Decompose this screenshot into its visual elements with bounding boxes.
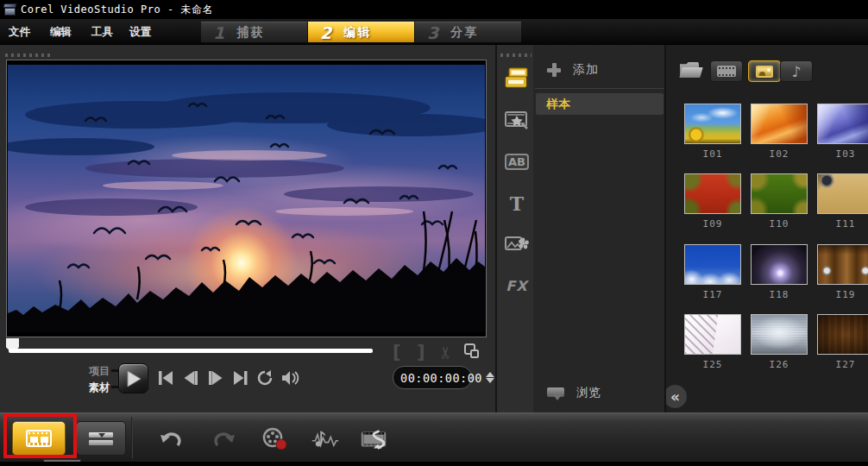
menu-tools[interactable]: 工具 <box>91 25 113 40</box>
timeline-toolbar <box>0 412 868 462</box>
redo-button[interactable] <box>209 428 238 450</box>
timecode-spinner[interactable] <box>486 372 494 383</box>
enlarge-preview-icon[interactable] <box>464 343 480 359</box>
storyboard-view-button[interactable] <box>12 421 66 456</box>
app-icon <box>3 3 16 16</box>
fx-filter-category-button[interactable]: FX <box>504 273 530 299</box>
filter-video-button[interactable] <box>710 60 743 82</box>
gallery-item[interactable]: I02 <box>751 104 808 160</box>
cut-clip-icon[interactable]: ✂ <box>436 346 455 360</box>
home-button[interactable] <box>156 369 175 387</box>
toolbar-separator <box>131 417 133 458</box>
title-category-button[interactable]: T <box>504 191 530 217</box>
previous-frame-button[interactable] <box>181 369 200 387</box>
thumbnail-image[interactable] <box>751 104 808 144</box>
clip-dash <box>111 386 118 388</box>
project-dash <box>111 369 118 372</box>
end-button[interactable] <box>231 369 250 387</box>
add-label: 添加 <box>573 62 599 78</box>
panel-grip <box>500 54 531 57</box>
title-bar: Corel VideoStudio Pro - 未命名 <box>0 0 868 19</box>
preview-panel: [ ] ✂ 项目 素材 00:00:00:00 <box>0 45 495 412</box>
separator <box>535 88 664 89</box>
videostudio-window: Corel VideoStudio Pro - 未命名 文件 编辑 工具 设置 … <box>0 0 868 466</box>
menu-bar: 文件 编辑 工具 设置 1 捕获 2 编辑 3 分享 <box>0 19 868 45</box>
gallery-item[interactable]: I18 <box>751 244 808 300</box>
gallery-item[interactable]: I27 <box>817 314 868 370</box>
volume-button[interactable] <box>280 369 299 387</box>
sunset-overlay <box>8 65 485 332</box>
thumbnail-image[interactable] <box>684 173 741 214</box>
play-button[interactable] <box>118 363 148 394</box>
spinner-down-icon <box>486 378 494 383</box>
timeline-tracks-icon <box>89 431 113 446</box>
timeline-view-button[interactable] <box>76 421 126 456</box>
next-frame-button[interactable] <box>206 369 225 387</box>
filter-photo-button[interactable] <box>748 60 781 82</box>
tab-share[interactable]: 3 分享 <box>415 22 521 43</box>
graphics-category-button[interactable] <box>504 230 530 256</box>
preview-video <box>6 60 487 337</box>
thumbnail-image[interactable] <box>684 104 741 144</box>
auto-music-button[interactable] <box>311 428 340 450</box>
music-note-icon: ♪ <box>792 63 802 80</box>
gallery-item[interactable]: I11 <box>817 173 868 230</box>
menu-edit[interactable]: 编辑 <box>50 25 72 40</box>
thumbnail-image[interactable] <box>751 244 808 285</box>
transition-category-button[interactable] <box>504 107 530 133</box>
tab-capture[interactable]: 1 捕获 <box>201 22 307 43</box>
gallery-item[interactable]: I17 <box>684 244 741 300</box>
timecode-value: 00:00:00:00 <box>393 371 482 385</box>
gallery-item[interactable]: I09 <box>684 173 741 230</box>
browse-icon <box>547 386 566 400</box>
ripple-edit-button[interactable] <box>359 428 388 450</box>
thumbnail-image[interactable] <box>817 104 868 144</box>
library-folder-sample[interactable]: 样本 <box>536 93 664 115</box>
menu-file[interactable]: 文件 <box>9 25 30 40</box>
panel-grip <box>5 54 53 57</box>
thumbnail-image[interactable] <box>751 173 808 214</box>
gallery-item[interactable]: I26 <box>751 314 808 370</box>
step-tabs: 1 捕获 2 编辑 3 分享 <box>201 22 522 43</box>
repeat-button[interactable] <box>255 369 274 387</box>
scrubber-track[interactable] <box>9 349 373 353</box>
media-gallery: ♪ I01 I02 I03 I09 I10 <box>666 45 868 412</box>
record-capture-button[interactable] <box>261 428 290 450</box>
mark-in-icon[interactable]: [ <box>393 342 401 362</box>
transition-ab-category-button[interactable]: AB <box>504 148 530 174</box>
bottom-edge <box>0 462 868 466</box>
tab-edit[interactable]: 2 编辑 <box>308 22 414 43</box>
sunset-video-still <box>8 65 485 332</box>
browse-label: 浏览 <box>576 385 601 400</box>
gallery-item[interactable]: I01 <box>684 104 741 160</box>
collapse-icon: « <box>670 388 680 406</box>
mark-out-icon[interactable]: ] <box>417 342 425 362</box>
filmstrip-icon <box>717 66 736 77</box>
storyboard-film-icon <box>26 430 52 447</box>
gallery-item[interactable]: I25 <box>684 314 741 370</box>
project-mode-label[interactable]: 项目 <box>89 364 110 379</box>
gallery-item[interactable]: I03 <box>817 104 868 160</box>
thumbnail-image[interactable] <box>817 173 868 214</box>
media-category-button[interactable] <box>504 66 530 91</box>
browse-button[interactable]: 浏览 <box>533 380 666 406</box>
undo-button[interactable] <box>157 428 186 450</box>
thumbnail-image[interactable] <box>751 314 808 355</box>
gallery-item[interactable]: I10 <box>751 173 808 230</box>
clip-mode-label[interactable]: 素材 <box>89 381 110 395</box>
collapse-panel-button[interactable]: « <box>666 385 687 408</box>
timecode-field[interactable]: 00:00:00:00 <box>393 366 472 389</box>
library-category-bar: AB T FX <box>495 45 533 412</box>
thumbnail-image[interactable] <box>684 314 741 355</box>
thumbnail-image[interactable] <box>817 314 868 355</box>
window-title: Corel VideoStudio Pro - 未命名 <box>21 3 213 17</box>
sample-folder-label: 样本 <box>546 97 571 112</box>
thumbnail-image[interactable] <box>684 244 741 285</box>
gallery-item[interactable]: I19 <box>817 244 868 300</box>
thumbnail-image[interactable] <box>817 244 868 285</box>
gallery-header: ♪ <box>666 60 868 86</box>
add-folder-button[interactable]: 添加 <box>533 57 666 83</box>
open-folder-icon[interactable] <box>680 62 702 79</box>
menu-settings[interactable]: 设置 <box>129 25 151 40</box>
filter-audio-button[interactable]: ♪ <box>780 60 813 82</box>
